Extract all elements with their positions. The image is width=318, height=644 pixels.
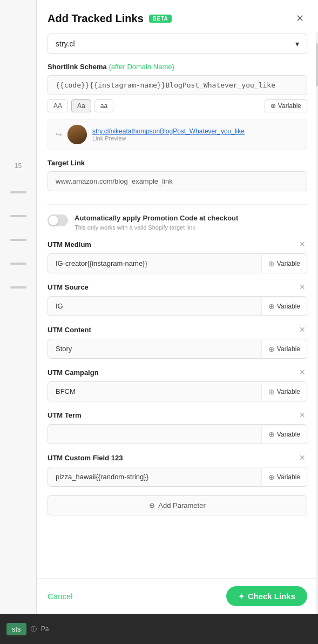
utm-medium-input-row: ⊕ Variable — [48, 253, 307, 273]
sidebar-dot-2 — [10, 215, 26, 217]
modal-body: stry.cl ▾ Shortlink Schema (after Domain… — [37, 33, 318, 578]
utm-medium-input[interactable] — [48, 254, 261, 273]
sidebar-dot-3 — [10, 239, 26, 241]
utm-source-input-row: ⊕ Variable — [48, 296, 307, 316]
plus-circle-icon: ⊕ — [268, 302, 275, 311]
utm-source-group: UTM Source ✕ ⊕ Variable — [48, 282, 307, 316]
utm-campaign-header: UTM Campaign ✕ — [48, 367, 307, 377]
plus-circle-icon: ⊕ — [268, 259, 275, 268]
promo-toggle-sublabel: This only works with a valid Shopify tar… — [75, 224, 238, 231]
cancel-button[interactable]: Cancel — [48, 592, 73, 601]
plus-circle-icon: ⊕ — [149, 501, 155, 509]
plus-circle-icon: ⊕ — [270, 102, 276, 110]
utm-content-group: UTM Content ✕ ⊕ Variable — [48, 325, 307, 359]
shortlink-schema-label: Shortlink Schema (after Domain Name) — [48, 63, 307, 71]
utm-content-label: UTM Content — [48, 326, 91, 334]
chevron-down-icon: ▾ — [295, 39, 299, 48]
link-preview-caption: Link Preview — [92, 135, 245, 142]
utm-content-input-row: ⊕ Variable — [48, 339, 307, 359]
domain-value: stry.cl — [56, 39, 75, 48]
plus-circle-icon: ⊕ — [268, 473, 275, 481]
utm-campaign-input-row: ⊕ Variable — [48, 381, 307, 401]
utm-source-remove[interactable]: ✕ — [297, 282, 307, 292]
toggle-knob — [49, 216, 58, 225]
close-button[interactable]: ✕ — [292, 11, 307, 26]
promo-toggle-text: Automatically apply Promotion Code at ch… — [75, 213, 238, 231]
plus-circle-icon: ⊕ — [268, 345, 275, 353]
utm-medium-label: UTM Medium — [48, 240, 91, 249]
utm-term-variable-btn[interactable]: ⊕ Variable — [261, 426, 307, 443]
utm-content-variable-btn[interactable]: ⊕ Variable — [261, 340, 307, 358]
shortlink-schema-after: (after Domain Name) — [109, 63, 174, 71]
modal-header: Add Tracked Links BETA ✕ — [37, 0, 318, 33]
utm-custom-123-input-row: ⊕ Variable — [48, 467, 307, 487]
link-preview-text: stry.cl/nikeatathompsonBlogPost_Whatever… — [92, 128, 245, 142]
utm-medium-header: UTM Medium ✕ — [48, 239, 307, 249]
case-btn-aa[interactable]: aa — [94, 99, 113, 112]
arrow-icon: ↪ — [56, 130, 62, 139]
sidebar-number: 15 — [15, 162, 22, 170]
sidebar-dot-4 — [10, 263, 26, 265]
target-link-input[interactable] — [48, 171, 307, 191]
divider — [48, 204, 307, 205]
sidebar-dot-1 — [10, 191, 26, 193]
add-parameter-button[interactable]: ⊕ Add Parameter — [48, 495, 307, 515]
utm-medium-variable-btn[interactable]: ⊕ Variable — [261, 255, 307, 272]
utm-campaign-label: UTM Campaign — [48, 368, 99, 377]
utm-source-variable-btn[interactable]: ⊕ Variable — [261, 298, 307, 315]
utm-term-input[interactable] — [48, 425, 261, 444]
utm-term-header: UTM Term ✕ — [48, 410, 307, 420]
utm-content-remove[interactable]: ✕ — [297, 325, 307, 334]
check-links-button[interactable]: ✦ Check Links — [226, 586, 307, 606]
promo-toggle-label: Automatically apply Promotion Code at ch… — [75, 213, 238, 223]
utm-campaign-variable-btn[interactable]: ⊕ Variable — [261, 383, 307, 400]
avatar-image — [67, 125, 87, 144]
utm-custom-123-remove[interactable]: ✕ — [297, 453, 307, 462]
promo-toggle-row: Automatically apply Promotion Code at ch… — [48, 213, 307, 231]
avatar — [67, 125, 87, 144]
utm-source-input[interactable] — [48, 297, 261, 316]
utm-custom-123-variable-btn[interactable]: ⊕ Variable — [261, 468, 307, 486]
plus-circle-icon: ⊕ — [268, 387, 275, 396]
sidebar-strip: 15 — [0, 0, 37, 644]
sparkle-icon: ✦ — [238, 592, 245, 601]
utm-content-input[interactable] — [48, 339, 261, 358]
schema-variable-button[interactable]: ⊕ Variable — [265, 99, 307, 112]
plus-circle-icon: ⊕ — [268, 430, 275, 439]
utm-fields-container: UTM Medium ✕ ⊕ Variable UTM Source — [48, 239, 307, 487]
utm-campaign-remove[interactable]: ✕ — [297, 367, 307, 377]
modal-title-group: Add Tracked Links BETA — [48, 12, 172, 25]
promo-toggle[interactable] — [48, 214, 68, 226]
utm-term-label: UTM Term — [48, 411, 82, 419]
utm-custom-123-group: UTM Custom Field 123 ✕ ⊕ Variable — [48, 453, 307, 487]
scroll-thumb — [316, 43, 318, 86]
scroll-indicator — [316, 32, 318, 614]
utm-campaign-input[interactable] — [48, 382, 261, 401]
utm-term-remove[interactable]: ✕ — [297, 410, 307, 420]
case-btn-AA[interactable]: AA — [48, 99, 68, 112]
bottom-bar: sts ⓘ Pa — [0, 614, 318, 644]
domain-select[interactable]: stry.cl ▾ — [48, 33, 307, 54]
utm-term-input-row: ⊕ Variable — [48, 424, 307, 444]
utm-medium-remove[interactable]: ✕ — [297, 239, 307, 249]
info-icon: ⓘ — [31, 625, 37, 633]
pa-label: Pa — [41, 625, 49, 633]
modal-title: Add Tracked Links — [48, 12, 144, 25]
utm-custom-123-label: UTM Custom Field 123 — [48, 454, 123, 462]
utm-custom-123-header: UTM Custom Field 123 ✕ — [48, 453, 307, 462]
utm-term-group: UTM Term ✕ ⊕ Variable — [48, 410, 307, 444]
utm-medium-group: UTM Medium ✕ ⊕ Variable — [48, 239, 307, 273]
modal-panel: Add Tracked Links BETA ✕ stry.cl ▾ Short… — [37, 0, 318, 614]
case-btn-Aa[interactable]: Aa — [71, 99, 91, 112]
case-buttons-group: AA Aa aa ⊕ Variable — [48, 99, 307, 112]
bottom-tab-posts[interactable]: sts — [6, 623, 26, 635]
modal-footer: Cancel ✦ Check Links — [37, 578, 318, 614]
shortlink-schema-input[interactable] — [48, 75, 307, 95]
utm-content-header: UTM Content ✕ — [48, 325, 307, 334]
utm-source-header: UTM Source ✕ — [48, 282, 307, 292]
sidebar-dot-5 — [10, 286, 26, 289]
link-preview-row: ↪ stry.cl/nikeatathompsonBlogPost_Whatev… — [48, 119, 307, 150]
utm-custom-123-input[interactable] — [48, 467, 261, 486]
utm-source-label: UTM Source — [48, 283, 89, 291]
link-preview-url: stry.cl/nikeatathompsonBlogPost_Whatever… — [92, 128, 245, 135]
